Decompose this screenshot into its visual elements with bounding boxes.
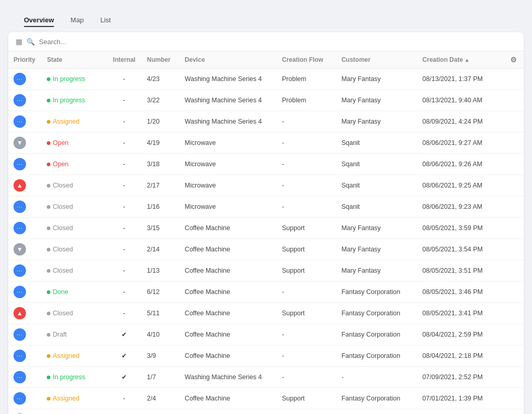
tab-map[interactable]: Map <box>63 14 91 26</box>
cell-internal: - <box>107 388 142 409</box>
priority-button[interactable]: ··· <box>14 371 26 383</box>
cell-number: 2/14 <box>142 239 180 260</box>
cell-date: 08/05/2021, 3:59 PM <box>417 218 503 239</box>
cell-settings <box>503 218 524 239</box>
cell-flow: Support <box>277 239 336 260</box>
table-row[interactable]: ··· Done - 6/12 Coffee Machine - Fantasy… <box>8 282 524 303</box>
priority-dots-icon: ··· <box>17 289 22 295</box>
cell-number: 2/17 <box>142 175 180 196</box>
cell-flow: - <box>277 367 336 388</box>
priority-button[interactable]: ▲ <box>14 179 26 192</box>
tab-list[interactable]: List <box>93 14 118 26</box>
state-label: Draft <box>52 331 66 338</box>
priority-button[interactable]: ··· <box>14 264 26 277</box>
col-header-date[interactable]: Creation Date <box>417 51 503 69</box>
priority-button[interactable]: ··· <box>14 94 26 106</box>
gear-icon[interactable]: ⚙ <box>509 55 518 65</box>
priority-dots-icon: ··· <box>17 98 22 103</box>
table-row[interactable]: ··· Open - 3/18 Microwave - Sqanit 08/06… <box>8 154 524 175</box>
cell-device: Microwave <box>180 132 277 154</box>
cell-state: Assigned <box>42 111 107 132</box>
table-row[interactable]: ▼ Open - 4/19 Microwave - Sqanit 08/06/2… <box>8 132 524 154</box>
table-row[interactable]: ··· Assigned - 2/4 Coffee Machine Suppor… <box>8 388 524 409</box>
priority-button[interactable]: ▼ <box>14 243 26 256</box>
cell-device: Coffee Machine <box>180 239 277 260</box>
priority-button[interactable]: ▼ <box>14 137 26 149</box>
table-row[interactable]: ··· Assigned ✔ 3/9 Coffee Machine - Fant… <box>8 345 524 367</box>
table-row[interactable]: ··· Closed - 1/16 Microwave - Sqanit 08/… <box>8 196 524 218</box>
table-row[interactable]: ··· Draft ✔ 4/10 Coffee Machine - Fantas… <box>8 324 524 345</box>
state-label: Open <box>52 139 69 146</box>
state-dot <box>47 205 50 209</box>
table-row[interactable]: ▲ Closed - 5/11 Coffee Machine Support F… <box>8 303 524 324</box>
cell-date: 08/13/2021, 1:37 PM <box>417 69 503 90</box>
search-bar: ▦ 🔍 <box>8 32 524 51</box>
table-row[interactable]: ··· Assigned - 1/3 Coffee Machine Suppor… <box>8 409 524 415</box>
state-label: Closed <box>52 246 73 253</box>
priority-dots-icon: ··· <box>17 162 22 167</box>
cell-flow: - <box>277 132 336 154</box>
cell-internal: - <box>107 282 142 303</box>
priority-button[interactable]: ··· <box>14 392 26 405</box>
table-row[interactable]: ··· In progress - 4/23 Washing Machine S… <box>8 69 524 90</box>
col-header-internal: Internal <box>107 51 142 69</box>
cell-date: 07/09/2021, 2:52 PM <box>417 367 503 388</box>
priority-dots-icon: ··· <box>17 396 22 402</box>
priority-button[interactable]: ··· <box>14 286 26 298</box>
state-dot <box>47 397 50 400</box>
table-row[interactable]: ··· Closed - 1/13 Coffee Machine Support… <box>8 260 524 282</box>
priority-button[interactable]: ··· <box>14 328 26 341</box>
cell-internal: - <box>107 303 142 324</box>
table-row[interactable]: ··· Closed - 3/15 Coffee Machine Support… <box>8 218 524 239</box>
priority-dots-icon: ··· <box>17 204 22 210</box>
search-input[interactable] <box>39 38 516 46</box>
table-row[interactable]: ··· In progress ✔ 1/7 Washing Machine Se… <box>8 367 524 388</box>
table-row[interactable]: ··· In progress - 3/22 Washing Machine S… <box>8 90 524 111</box>
cell-state: Closed <box>42 303 107 324</box>
state-dot <box>47 290 50 294</box>
cell-customer: Mary Fantasy <box>336 218 417 239</box>
cell-date: 08/05/2021, 3:41 PM <box>417 303 503 324</box>
cell-customer: Fantasy Corporation <box>336 345 417 367</box>
priority-button[interactable]: ··· <box>14 158 26 170</box>
tab-overview[interactable]: Overview <box>17 14 61 26</box>
cell-flow: Support <box>277 218 336 239</box>
cell-state: Open <box>42 154 107 175</box>
cell-number: 6/12 <box>142 282 180 303</box>
cell-flow: - <box>277 111 336 132</box>
table-row[interactable]: ··· Assigned - 1/20 Washing Machine Seri… <box>8 111 524 132</box>
cell-internal: - <box>107 111 142 132</box>
priority-button[interactable]: ··· <box>14 115 26 128</box>
cell-device: Coffee Machine <box>180 260 277 282</box>
state-label: Closed <box>52 310 73 317</box>
cell-priority: ··· <box>8 282 42 303</box>
cell-internal: - <box>107 132 142 154</box>
cell-flow: - <box>277 324 336 345</box>
priority-button[interactable]: ··· <box>14 201 26 213</box>
cell-settings <box>503 239 524 260</box>
filter-icon[interactable]: ▦ <box>16 37 22 46</box>
table-row[interactable]: ▼ Closed - 2/14 Coffee Machine Support M… <box>8 239 524 260</box>
cell-priority: ··· <box>8 324 42 345</box>
table-row[interactable]: ▲ Closed - 2/17 Microwave - Sqanit 08/06… <box>8 175 524 196</box>
cell-state: Assigned <box>42 345 107 367</box>
cell-device: Coffee Machine <box>180 282 277 303</box>
cell-customer: Sqanit <box>336 196 417 218</box>
cell-customer: Mary Fantasy <box>336 239 417 260</box>
internal-value: ✔ <box>122 352 127 359</box>
cell-device: Microwave <box>180 154 277 175</box>
cell-priority: ··· <box>8 367 42 388</box>
priority-button[interactable]: ··· <box>14 350 26 362</box>
cell-settings <box>503 388 524 409</box>
internal-value: - <box>123 224 125 232</box>
cell-settings <box>503 345 524 367</box>
priority-button[interactable]: ··· <box>14 222 26 234</box>
priority-button[interactable]: ▲ <box>14 307 26 319</box>
priority-button[interactable]: ··· <box>14 73 26 85</box>
state-label: Closed <box>52 203 73 210</box>
state-dot <box>47 77 50 81</box>
cell-settings <box>503 69 524 90</box>
cell-device: Washing Machine Series 4 <box>180 367 277 388</box>
cell-customer: Fantasy Corporation <box>336 388 417 409</box>
cell-priority: ▼ <box>8 239 42 260</box>
